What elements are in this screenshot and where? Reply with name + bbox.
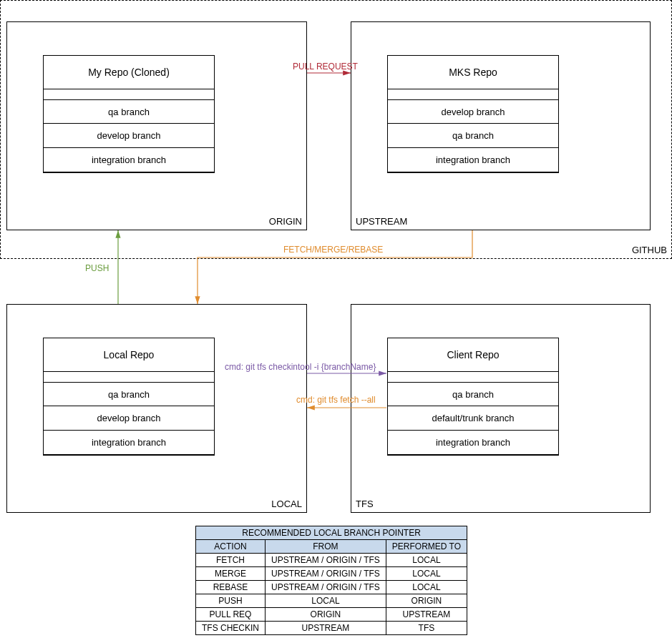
tfs-block: TFS Client Repo qa branch default/trunk … [351,304,651,513]
table-row: FETCH UPSTREAM / ORIGIN / TFS LOCAL [196,554,467,567]
branch-row: develop branch [387,99,559,124]
fetch-merge-rebase-label: FETCH/MERGE/REBASE [283,245,383,255]
pull-request-label: PULL REQUEST [293,62,358,72]
table-row: REBASE UPSTREAM / ORIGIN / TFS LOCAL [196,581,467,594]
branch-row: integration branch [43,431,215,455]
upstream-label: UPSTREAM [356,216,407,227]
table-cell: UPSTREAM / ORIGIN / TFS [266,581,386,594]
branch-row: qa branch [43,99,215,124]
table-cell: MERGE [196,567,266,581]
table-title: RECOMMENDED LOCAL BRANCH POINTER [196,526,467,540]
checkin-cmd-label: cmd: git tfs checkintool -i {branchName} [225,362,376,372]
upstream-block: UPSTREAM MKS Repo develop branch qa bran… [351,21,651,230]
branch-row: qa branch [387,124,559,148]
table-row: TFS CHECKIN UPSTREAM TFS [196,622,467,635]
table-row: MERGE UPSTREAM / ORIGIN / TFS LOCAL [196,567,467,581]
tfs-label: TFS [356,499,374,509]
branch-row: qa branch [43,382,215,406]
table-row: PUSH LOCAL ORIGIN [196,594,467,608]
branch-row: develop branch [43,124,215,148]
table-cell: LOCAL [266,594,386,608]
origin-branch-list: qa branch develop branch integration bra… [43,99,215,172]
origin-repo-title: My Repo (Cloned) [43,55,215,89]
github-label: GITHUB [632,245,667,255]
table-cell: UPSTREAM [266,622,386,635]
branch-row: qa branch [387,382,559,406]
table-cell: LOCAL [386,581,467,594]
upstream-repo: MKS Repo develop branch qa branch integr… [387,55,559,173]
table-header-row: ACTION FROM PERFORMED TO [196,540,467,554]
local-label: LOCAL [271,499,302,509]
table-cell: UPSTREAM / ORIGIN / TFS [266,567,386,581]
origin-block: ORIGIN My Repo (Cloned) qa branch develo… [6,21,307,230]
branch-row: integration branch [387,148,559,172]
table-header-action: ACTION [196,540,266,554]
table-title-row: RECOMMENDED LOCAL BRANCH POINTER [196,526,467,540]
upstream-repo-title: MKS Repo [387,55,559,89]
local-repo: Local Repo qa branch develop branch inte… [43,338,215,456]
tfs-repo-title: Client Repo [387,338,559,372]
table-cell: UPSTREAM [386,608,467,622]
table-cell: TFS CHECKIN [196,622,266,635]
table-cell: UPSTREAM / ORIGIN / TFS [266,554,386,567]
local-repo-title: Local Repo [43,338,215,372]
upstream-branch-list: develop branch qa branch integration bra… [387,99,559,172]
table-cell: LOCAL [386,554,467,567]
table-cell: REBASE [196,581,266,594]
origin-repo: My Repo (Cloned) qa branch develop branc… [43,55,215,173]
branch-row: integration branch [43,148,215,172]
fetch-cmd-label: cmd: git tfs fetch --all [296,395,376,405]
table-cell: FETCH [196,554,266,567]
table-cell: TFS [386,622,467,635]
branch-row: default/trunk branch [387,406,559,431]
table-header-to: PERFORMED TO [386,540,467,554]
tfs-branch-list: qa branch default/trunk branch integrati… [387,382,559,455]
table-row: PULL REQ ORIGIN UPSTREAM [196,608,467,622]
table-cell: ORIGIN [266,608,386,622]
table-header-from: FROM [266,540,386,554]
branch-row: integration branch [387,431,559,455]
table-cell: ORIGIN [386,594,467,608]
branch-row: develop branch [43,406,215,431]
table-cell: PULL REQ [196,608,266,622]
recommendation-table: RECOMMENDED LOCAL BRANCH POINTER ACTION … [195,526,467,635]
local-block: LOCAL Local Repo qa branch develop branc… [6,304,307,513]
table-cell: LOCAL [386,567,467,581]
local-branch-list: qa branch develop branch integration bra… [43,382,215,455]
push-label: PUSH [85,263,109,273]
tfs-repo: Client Repo qa branch default/trunk bran… [387,338,559,456]
origin-label: ORIGIN [269,216,302,227]
table-cell: PUSH [196,594,266,608]
